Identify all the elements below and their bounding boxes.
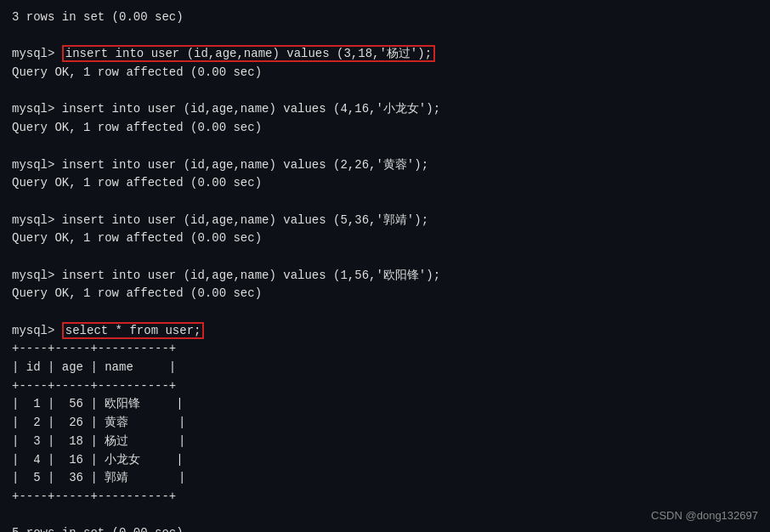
terminal-line: Query OK, 1 row affected (0.00 sec) [12, 229, 758, 248]
terminal-line: +----+-----+----------+ [12, 488, 758, 507]
terminal-line: +----+-----+----------+ [12, 377, 758, 396]
terminal-line: mysql> insert into user (id,age,name) va… [12, 45, 758, 64]
terminal-line [12, 303, 758, 322]
terminal-line: | 1 | 56 | 欧阳锋 | [12, 395, 758, 414]
terminal-line: mysql> insert into user (id,age,name) va… [12, 212, 758, 230]
terminal-line: | 5 | 36 | 郭靖 | [12, 469, 758, 488]
terminal-line [12, 248, 758, 267]
terminal-line [12, 82, 758, 101]
terminal-line: Query OK, 1 row affected (0.00 sec) [12, 174, 758, 193]
terminal-line [12, 507, 758, 525]
terminal-line: 3 rows in set (0.00 sec) [12, 8, 758, 27]
terminal-line: | 3 | 18 | 杨过 | [12, 433, 758, 451]
terminal-line: mysql> insert into user (id,age,name) va… [12, 100, 758, 119]
terminal-line: mysql> select * from user; [12, 322, 758, 341]
terminal-line: 5 rows in set (0.00 sec) [12, 524, 758, 532]
terminal-content: 3 rows in set (0.00 sec) mysql> insert i… [12, 8, 758, 532]
terminal-line [12, 27, 758, 46]
terminal-line: mysql> insert into user (id,age,name) va… [12, 267, 758, 286]
terminal-line [12, 138, 758, 156]
terminal-line: | 2 | 26 | 黄蓉 | [12, 414, 758, 433]
terminal-line: mysql> insert into user (id,age,name) va… [12, 156, 758, 175]
terminal-line: | 4 | 16 | 小龙女 | [12, 451, 758, 470]
terminal-line: Query OK, 1 row affected (0.00 sec) [12, 285, 758, 303]
terminal-line: | id | age | name | [12, 359, 758, 377]
watermark: CSDN @dong132697 [651, 509, 758, 522]
terminal-line: +----+-----+----------+ [12, 340, 758, 359]
terminal-window: 3 rows in set (0.00 sec) mysql> insert i… [0, 0, 770, 532]
terminal-line [12, 193, 758, 212]
terminal-line: Query OK, 1 row affected (0.00 sec) [12, 64, 758, 82]
terminal-line: Query OK, 1 row affected (0.00 sec) [12, 119, 758, 138]
